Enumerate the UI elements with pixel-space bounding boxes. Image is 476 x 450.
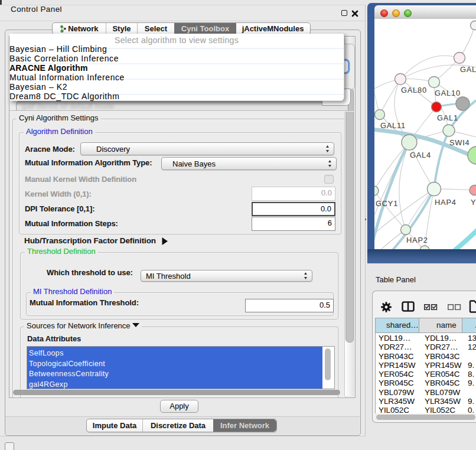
svg-text:GCY1: GCY1 (376, 199, 398, 208)
svg-text:GAL80: GAL80 (401, 86, 427, 94)
svg-text:HAP2: HAP2 (406, 236, 428, 244)
svg-text:GAL10: GAL10 (435, 89, 461, 97)
svg-text:GAL11: GAL11 (380, 121, 406, 130)
svg-text:HAP4: HAP4 (435, 198, 457, 207)
svg-text:GAL7: GAL7 (460, 65, 476, 74)
svg-text:SWI4: SWI4 (449, 138, 470, 147)
svg-text:GAL4: GAL4 (410, 151, 431, 159)
svg-text:GAL1: GAL1 (437, 113, 458, 122)
svg-text:YM: YM (471, 198, 476, 207)
